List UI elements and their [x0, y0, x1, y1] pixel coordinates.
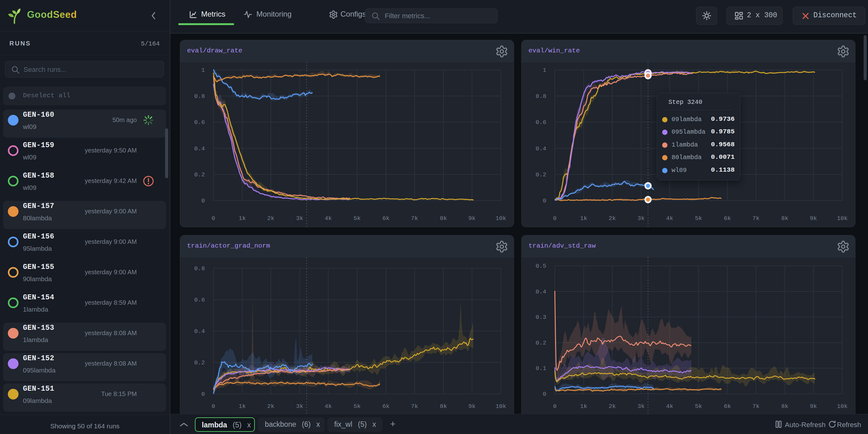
svg-text:0.4: 0.4 — [536, 288, 546, 295]
svg-text:0.5: 0.5 — [536, 263, 546, 270]
svg-text:4k: 4k — [325, 403, 332, 410]
svg-text:4k: 4k — [666, 215, 674, 222]
svg-text:0: 0 — [212, 403, 215, 410]
svg-text:0.4: 0.4 — [194, 145, 205, 152]
svg-text:6k: 6k — [724, 215, 731, 222]
svg-text:7k: 7k — [411, 403, 418, 410]
svg-text:0.2: 0.2 — [194, 171, 205, 178]
svg-text:3k: 3k — [638, 215, 645, 222]
svg-text:1k: 1k — [239, 215, 246, 222]
svg-text:1: 1 — [543, 67, 546, 74]
svg-text:3k: 3k — [296, 215, 304, 222]
svg-text:3k: 3k — [638, 403, 645, 410]
svg-text:0: 0 — [202, 391, 205, 398]
svg-text:1k: 1k — [580, 403, 587, 410]
svg-text:7k: 7k — [411, 215, 418, 222]
svg-text:0.6: 0.6 — [194, 297, 205, 304]
svg-text:8k: 8k — [781, 215, 788, 222]
svg-text:2k: 2k — [609, 215, 616, 222]
svg-text:0.4: 0.4 — [536, 145, 546, 152]
svg-text:8k: 8k — [440, 403, 447, 410]
svg-text:4k: 4k — [325, 215, 332, 222]
svg-text:0.8: 0.8 — [194, 93, 205, 100]
svg-text:0: 0 — [202, 197, 205, 204]
svg-text:7k: 7k — [752, 403, 760, 410]
svg-text:0.2: 0.2 — [536, 340, 546, 346]
svg-text:6k: 6k — [382, 403, 390, 410]
svg-text:0.8: 0.8 — [194, 265, 205, 272]
svg-text:0: 0 — [543, 197, 546, 204]
svg-text:0: 0 — [543, 391, 546, 398]
svg-text:9k: 9k — [468, 403, 476, 410]
svg-text:2k: 2k — [609, 403, 616, 410]
svg-text:5k: 5k — [695, 215, 702, 222]
svg-text:1k: 1k — [239, 403, 246, 410]
svg-text:0.2: 0.2 — [536, 171, 546, 178]
svg-text:3k: 3k — [296, 403, 304, 410]
svg-text:0.2: 0.2 — [194, 359, 205, 366]
svg-text:0: 0 — [212, 215, 215, 222]
svg-text:9k: 9k — [810, 403, 817, 410]
svg-text:0.6: 0.6 — [536, 119, 546, 126]
svg-text:0.3: 0.3 — [536, 314, 546, 321]
svg-text:0.1: 0.1 — [536, 365, 546, 372]
svg-text:6k: 6k — [382, 215, 390, 222]
svg-text:7k: 7k — [752, 215, 760, 222]
svg-text:1: 1 — [202, 67, 205, 74]
svg-text:0.8: 0.8 — [536, 93, 546, 100]
svg-text:5k: 5k — [695, 403, 702, 410]
svg-text:10k: 10k — [496, 215, 506, 222]
svg-text:8k: 8k — [781, 403, 788, 410]
svg-text:9k: 9k — [810, 215, 817, 222]
svg-text:10k: 10k — [837, 403, 847, 410]
svg-text:0: 0 — [553, 215, 556, 222]
svg-text:0.6: 0.6 — [194, 119, 205, 126]
svg-text:0: 0 — [553, 403, 556, 410]
svg-text:9k: 9k — [468, 215, 476, 222]
svg-text:2k: 2k — [267, 403, 275, 410]
svg-text:5k: 5k — [354, 403, 361, 410]
svg-text:10k: 10k — [496, 403, 506, 410]
svg-text:6k: 6k — [724, 403, 731, 410]
svg-text:5k: 5k — [354, 215, 361, 222]
svg-text:2k: 2k — [267, 215, 275, 222]
svg-text:4k: 4k — [666, 403, 674, 410]
svg-text:0.4: 0.4 — [194, 328, 205, 335]
svg-text:8k: 8k — [440, 215, 447, 222]
svg-text:1k: 1k — [580, 215, 587, 222]
svg-text:10k: 10k — [837, 215, 847, 222]
